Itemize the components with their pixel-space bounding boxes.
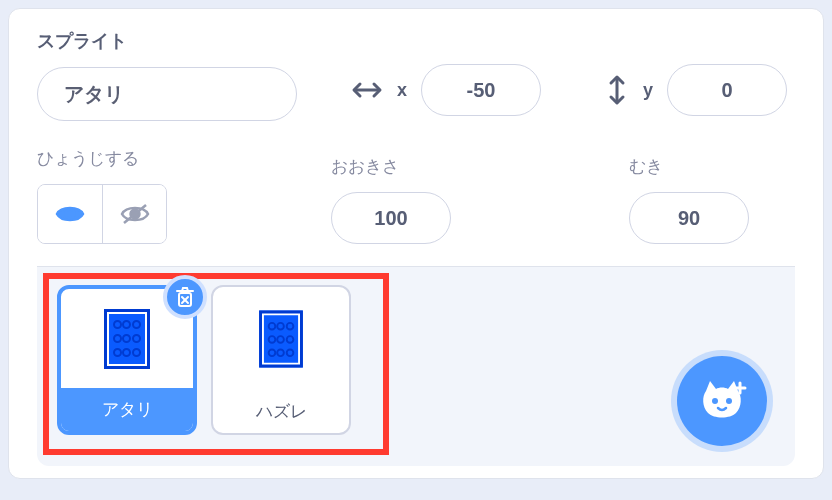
sprite-top-row: スプライト x y bbox=[37, 29, 795, 121]
x-label: x bbox=[397, 80, 407, 101]
size-input[interactable] bbox=[331, 192, 451, 244]
svg-point-2 bbox=[66, 210, 75, 219]
y-input[interactable] bbox=[667, 64, 787, 116]
size-block: おおきさ bbox=[331, 155, 451, 244]
svg-point-10 bbox=[726, 398, 732, 404]
sprite-info-panel: スプライト x y bbox=[8, 8, 824, 479]
sprite-name-input[interactable] bbox=[37, 67, 297, 121]
sprite-tiles: アタリ ハズレ bbox=[57, 285, 775, 435]
hide-button[interactable] bbox=[102, 185, 166, 243]
visibility-block: ひょうじする bbox=[37, 147, 167, 244]
eye-icon bbox=[55, 203, 85, 225]
size-label: おおきさ bbox=[331, 155, 451, 178]
sprite-section-label: スプライト bbox=[37, 29, 327, 53]
lottery-card-icon bbox=[259, 310, 303, 367]
sprite-tile-atari[interactable]: アタリ bbox=[57, 285, 197, 435]
trash-icon bbox=[175, 286, 195, 308]
y-label: y bbox=[643, 80, 653, 101]
sprite-second-row: ひょうじする bbox=[37, 147, 795, 266]
arrows-horizontal-icon bbox=[351, 78, 383, 102]
sprite-thumbnail bbox=[213, 287, 349, 390]
delete-sprite-button[interactable] bbox=[163, 275, 207, 319]
sprite-tile-label: アタリ bbox=[61, 388, 193, 431]
x-input[interactable] bbox=[421, 64, 541, 116]
x-coord-block: x bbox=[351, 64, 541, 116]
lottery-card-icon bbox=[104, 309, 150, 369]
direction-block: むき bbox=[629, 155, 749, 244]
add-sprite-button[interactable] bbox=[677, 356, 767, 446]
cat-plus-icon bbox=[696, 377, 748, 425]
sprite-name-block: スプライト bbox=[37, 29, 327, 121]
direction-label: むき bbox=[629, 155, 749, 178]
svg-point-9 bbox=[712, 398, 718, 404]
arrows-vertical-icon bbox=[605, 74, 629, 106]
eye-slash-icon bbox=[120, 203, 150, 225]
direction-input[interactable] bbox=[629, 192, 749, 244]
sprite-tile-label: ハズレ bbox=[213, 390, 349, 433]
visibility-label: ひょうじする bbox=[37, 147, 167, 170]
visibility-toggle-group bbox=[37, 184, 167, 244]
y-coord-block: y bbox=[605, 64, 787, 116]
sprite-tile-hazure[interactable]: ハズレ bbox=[211, 285, 351, 435]
sprite-list-area: アタリ ハズレ bbox=[37, 266, 795, 466]
show-button[interactable] bbox=[38, 185, 102, 243]
